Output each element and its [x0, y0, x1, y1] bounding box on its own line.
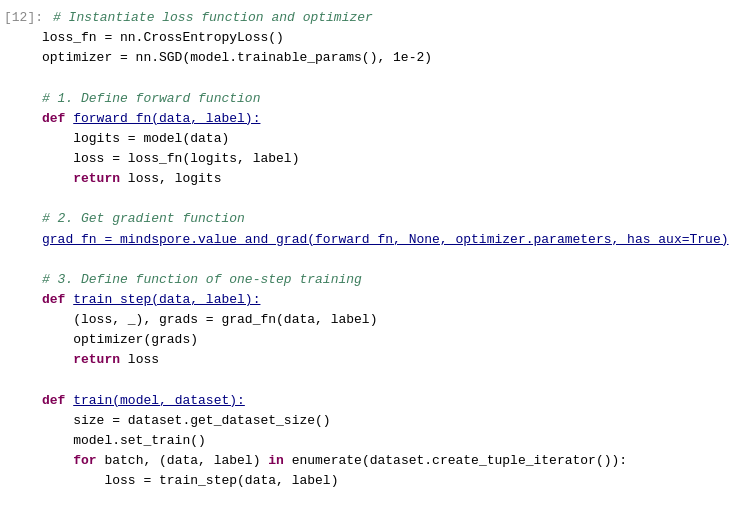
code-line-9: # 2. Get gradient function: [0, 209, 745, 229]
line-content-8: return loss, logits: [42, 169, 745, 189]
code-line-8: return loss, logits: [0, 169, 745, 189]
line-content-11: # 3. Define function of one-step trainin…: [42, 270, 745, 290]
code-line-11: # 3. Define function of one-step trainin…: [0, 270, 745, 290]
code-line-blank-5: [0, 491, 745, 511]
line-content-2: loss_fn = nn.CrossEntropyLoss(): [42, 28, 745, 48]
line-content-blank-1: [42, 68, 745, 88]
line-content-14: optimizer(grads): [42, 330, 745, 350]
code-line-13: (loss, _), grads = grad_fn(data, label): [0, 310, 745, 330]
line-content-1: # Instantiate loss function and optimize…: [53, 8, 745, 28]
line-content-6: logits = model(data): [42, 129, 745, 149]
code-line-19: for batch, (data, label) in enumerate(da…: [0, 451, 745, 471]
code-line-6: logits = model(data): [0, 129, 745, 149]
line-content-blank-5: [42, 491, 745, 511]
code-line-1: [12]: # Instantiate loss function and op…: [0, 8, 745, 28]
code-line-18: model.set_train(): [0, 431, 745, 451]
code-line-7: loss = loss_fn(logits, label): [0, 149, 745, 169]
code-line-3: optimizer = nn.SGD(model.trainable_param…: [0, 48, 745, 68]
line-content-16: def train(model, dataset):: [42, 391, 745, 411]
code-line-10: grad_fn = mindspore.value_and_grad(forwa…: [0, 230, 745, 250]
line-content-3: optimizer = nn.SGD(model.trainable_param…: [42, 48, 745, 68]
line-content-21: if batch % 100 == 0:: [42, 512, 745, 516]
code-line-5: def forward_fn(data, label):: [0, 109, 745, 129]
line-content-9: # 2. Get gradient function: [42, 209, 745, 229]
code-line-4: # 1. Define forward function: [0, 89, 745, 109]
line-content-blank-2: [42, 189, 745, 209]
line-content-5: def forward_fn(data, label):: [42, 109, 745, 129]
line-content-4: # 1. Define forward function: [42, 89, 745, 109]
code-line-16: def train(model, dataset):: [0, 391, 745, 411]
line-content-12: def train_step(data, label):: [42, 290, 745, 310]
line-content-19: for batch, (data, label) in enumerate(da…: [42, 451, 745, 471]
line-content-20: loss = train_step(data, label): [42, 471, 745, 491]
line-content-7: loss = loss_fn(logits, label): [42, 149, 745, 169]
code-line-17: size = dataset.get_dataset_size(): [0, 411, 745, 431]
line-content-blank-4: [42, 371, 745, 391]
line-content-13: (loss, _), grads = grad_fn(data, label): [42, 310, 745, 330]
line-content-blank-3: [42, 250, 745, 270]
code-line-blank-2: [0, 189, 745, 209]
code-line-20: loss = train_step(data, label): [0, 471, 745, 491]
code-line-15: return loss: [0, 350, 745, 370]
line-content-18: model.set_train(): [42, 431, 745, 451]
line-number-12: [12]:: [0, 8, 53, 28]
code-line-14: optimizer(grads): [0, 330, 745, 350]
code-line-12: def train_step(data, label):: [0, 290, 745, 310]
code-line-2: loss_fn = nn.CrossEntropyLoss(): [0, 28, 745, 48]
code-line-blank-4: [0, 371, 745, 391]
line-content-17: size = dataset.get_dataset_size(): [42, 411, 745, 431]
code-line-blank-1: [0, 68, 745, 88]
line-content-10: grad_fn = mindspore.value_and_grad(forwa…: [42, 230, 745, 250]
code-editor: [12]: # Instantiate loss function and op…: [0, 0, 745, 516]
line-content-15: return loss: [42, 350, 745, 370]
code-line-21: if batch % 100 == 0:: [0, 512, 745, 516]
code-line-blank-3: [0, 250, 745, 270]
